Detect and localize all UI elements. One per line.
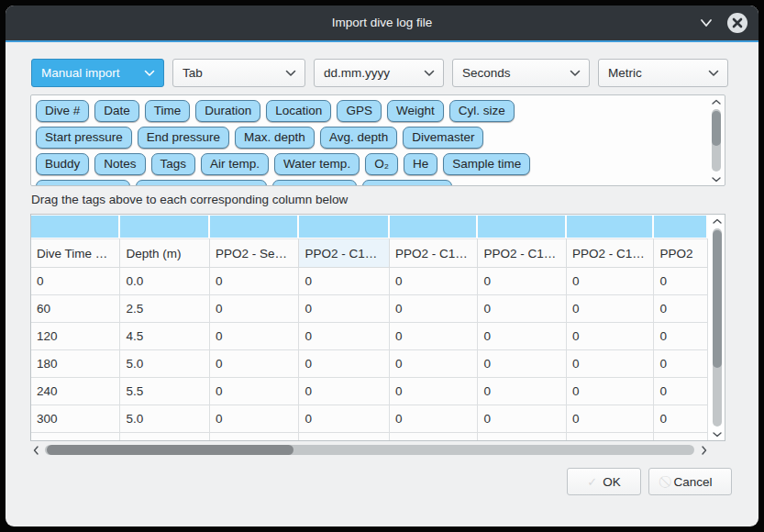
table-row: 1204.5000000 <box>31 323 708 350</box>
units-select-value: Metric <box>608 66 642 80</box>
table-hscroll-thumb[interactable] <box>47 445 293 455</box>
tag-chip[interactable]: Location <box>266 100 331 122</box>
table-cell: 240 <box>31 378 120 405</box>
tag-chip[interactable]: Sample depth <box>36 180 130 186</box>
table-cell: 0 <box>299 378 389 405</box>
table-cell: 0 <box>299 405 389 433</box>
drop-target-cell[interactable] <box>31 216 120 238</box>
table-cell: 0 <box>567 405 655 433</box>
chevron-down-icon[interactable] <box>698 16 714 30</box>
table-cell: 2.5 <box>120 295 209 323</box>
drop-target-cell[interactable] <box>120 216 209 238</box>
drop-target-row <box>31 215 708 238</box>
table-cell <box>390 433 479 440</box>
tag-chip[interactable]: Divemaster <box>403 127 483 149</box>
tag-chip[interactable]: GPS <box>337 100 382 122</box>
scroll-up-icon[interactable] <box>712 216 723 226</box>
scroll-down-icon[interactable] <box>711 174 722 183</box>
scroll-up-icon[interactable] <box>711 97 722 106</box>
tag-chip[interactable]: O₂ <box>365 153 398 175</box>
column-header[interactable]: PPO2 - C1… <box>478 238 567 268</box>
date-format-select[interactable]: dd.mm.yyyy <box>314 59 444 87</box>
import-source-select[interactable]: Manual import <box>31 59 164 87</box>
ok-button[interactable]: ✓ OK <box>567 468 641 495</box>
column-header[interactable]: Depth (m) <box>120 238 209 268</box>
tag-chip[interactable]: Buddy <box>36 153 89 175</box>
drop-target-cell[interactable] <box>567 216 655 238</box>
table-cell: 0 <box>654 405 708 433</box>
column-header[interactable]: PPO2 - C1… <box>390 238 479 268</box>
tags-scrollbar-track[interactable] <box>712 109 721 172</box>
table-cell: 0 <box>478 405 567 433</box>
column-header[interactable]: PPO2 - Se… <box>210 238 299 268</box>
tags-scrollbar[interactable] <box>710 97 723 183</box>
tag-chip[interactable]: Start pressure <box>36 127 132 149</box>
units-select[interactable]: Metric <box>598 59 728 87</box>
tag-chip[interactable]: Sample temperature <box>136 180 266 186</box>
tag-chip[interactable]: Tags <box>151 153 196 175</box>
time-format-select[interactable]: Seconds <box>452 59 590 87</box>
table-cell: 120 <box>31 323 120 350</box>
drop-target-cell[interactable] <box>390 216 479 238</box>
tag-row: Sample depthSample temperatureSample pO₂… <box>36 180 704 186</box>
tag-chip[interactable]: Sample time <box>443 153 530 175</box>
table-cell <box>299 433 389 440</box>
table-cell: 300 <box>31 405 120 433</box>
column-header[interactable]: PPO2 - C1… <box>299 238 389 268</box>
table-cell: 4.5 <box>120 323 209 350</box>
drop-target-cell[interactable] <box>299 216 389 238</box>
ok-button-label: OK <box>603 475 621 489</box>
tag-chip[interactable]: Weight <box>387 100 444 122</box>
table-horizontal-scrollbar[interactable] <box>30 443 709 457</box>
column-header[interactable]: PPO2 <box>654 238 708 268</box>
tag-chip[interactable]: Date <box>94 100 139 122</box>
tag-chip[interactable]: He <box>404 153 437 175</box>
table-vscroll-thumb[interactable] <box>713 230 722 368</box>
tag-chip[interactable]: Avg. depth <box>320 127 397 149</box>
drop-target-cell[interactable] <box>210 216 299 238</box>
import-preview-table: Dive Time …Depth (m)PPO2 - Se…PPO2 - C1…… <box>30 214 725 441</box>
close-button[interactable] <box>727 13 747 33</box>
table-cell: 0 <box>654 295 708 323</box>
tag-chip[interactable]: Water temp. <box>274 153 360 175</box>
scroll-down-icon[interactable] <box>712 429 723 438</box>
column-header[interactable]: PPO2 - C1… <box>567 238 655 268</box>
drop-target-cell[interactable] <box>478 216 567 238</box>
drop-target-cell[interactable] <box>654 216 708 238</box>
tag-chip[interactable]: Cyl. size <box>449 100 515 122</box>
tag-chip[interactable]: Air temp. <box>201 153 269 175</box>
table-row-partial <box>31 433 708 440</box>
table-cell: 0 <box>210 405 299 433</box>
tag-chip[interactable]: Max. depth <box>235 127 315 149</box>
tag-chip[interactable]: Duration <box>195 100 260 122</box>
tag-chip[interactable]: Time <box>145 100 191 122</box>
column-header[interactable]: Dive Time … <box>31 238 120 268</box>
tag-chip[interactable]: Sample CNS <box>362 180 452 186</box>
table-cell: 0 <box>210 323 299 350</box>
cancel-button-label: Cancel <box>673 475 712 489</box>
table-row: 2405.5000000 <box>31 378 708 405</box>
table-vscroll-track[interactable] <box>713 228 722 427</box>
field-separator-select[interactable]: Tab <box>172 59 305 87</box>
tag-chip[interactable]: Notes <box>94 153 145 175</box>
chevron-down-icon <box>708 70 719 77</box>
table-cell: 0 <box>478 268 567 295</box>
cancel-button[interactable]: ⃠ Cancel <box>648 468 732 495</box>
table-vertical-scrollbar[interactable] <box>711 216 724 438</box>
chevron-down-icon <box>424 70 435 77</box>
table-cell: 5.5 <box>120 378 209 405</box>
chevron-down-icon <box>285 70 296 77</box>
titlebar-accent-line <box>6 40 758 42</box>
tag-chip[interactable]: Sample pO₂ <box>272 180 358 186</box>
table-cell: 5.0 <box>120 405 209 433</box>
tag-chip[interactable]: Dive # <box>36 100 89 122</box>
table-cell: 0 <box>390 378 479 405</box>
table-row: 3005.0000000 <box>31 405 708 433</box>
tag-chip[interactable]: End pressure <box>138 127 229 149</box>
scroll-right-icon[interactable] <box>698 446 709 455</box>
scroll-left-icon[interactable] <box>30 446 41 455</box>
table-cell <box>31 433 120 440</box>
table-cell: 0 <box>654 350 708 378</box>
table-hscroll-track[interactable] <box>45 445 694 455</box>
tags-scrollbar-thumb[interactable] <box>712 111 721 146</box>
